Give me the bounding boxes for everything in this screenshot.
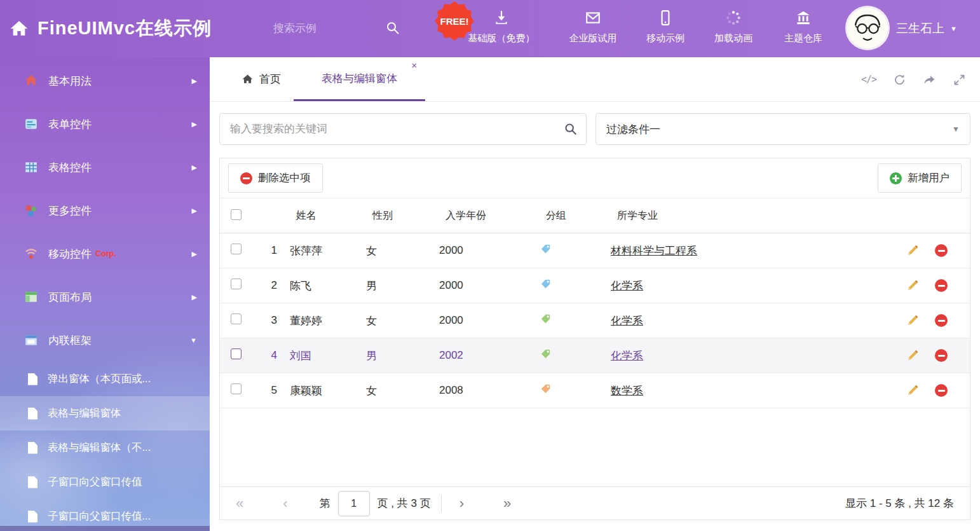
row-checkbox[interactable] [231, 348, 242, 359]
corp-badge: Corp. [95, 249, 116, 258]
page-number-input[interactable] [338, 491, 370, 516]
search-icon[interactable] [385, 20, 400, 38]
delete-icon[interactable] [935, 279, 948, 292]
edit-icon[interactable] [906, 314, 919, 327]
minus-circle-icon [240, 172, 252, 184]
tag-icon [540, 348, 611, 363]
major-link[interactable]: 化学系 [611, 348, 900, 363]
add-user-button[interactable]: 新增用户 [878, 163, 962, 193]
file-icon [28, 511, 37, 523]
cell-gender: 男 [366, 279, 439, 293]
close-icon[interactable]: × [411, 60, 417, 70]
prev-page-button[interactable]: ‹ [283, 497, 287, 511]
delete-icon[interactable] [935, 314, 948, 327]
edit-icon[interactable] [906, 244, 919, 257]
form-icon [24, 117, 38, 131]
sidebar-subitem-grid-edit-window-2[interactable]: 表格与编辑窗体（不... [0, 431, 210, 465]
tab-home[interactable]: 首页 [229, 57, 294, 101]
major-link[interactable]: 化学系 [611, 314, 900, 328]
chevron-right-icon: ▶ [192, 77, 197, 85]
sidebar-subitem-child-to-parent[interactable]: 子窗口向父窗口传值 [0, 465, 210, 499]
sidebar-item-mobile-controls[interactable]: 移动控件 Corp. ▶ [0, 232, 210, 275]
sidebar-item-iframe[interactable]: 内联框架 ▼ [0, 319, 210, 362]
envelope-icon [585, 10, 601, 29]
sidebar-item-grid-controls[interactable]: 表格控件 ▶ [0, 146, 210, 189]
share-icon[interactable] [923, 73, 936, 86]
table-row[interactable]: 2 陈飞 男 2000 化学系 [220, 268, 970, 303]
cell-year: 2008 [439, 384, 540, 397]
major-link[interactable]: 材料科学与工程系 [611, 244, 900, 258]
last-page-button[interactable]: » [503, 497, 511, 511]
chevron-right-icon: ▶ [192, 250, 197, 258]
sidebar-subitem-popup-window[interactable]: 弹出窗体（本页面或... [0, 362, 210, 396]
cell-year: 2000 [439, 279, 540, 292]
row-checkbox[interactable] [231, 279, 242, 289]
delete-icon[interactable] [935, 349, 948, 362]
column-header-gender: 性别 [366, 209, 439, 223]
sidebar-subitem-grid-edit-window[interactable]: 表格与编辑窗体 [0, 396, 210, 431]
file-icon [28, 373, 37, 385]
tag-icon [540, 313, 611, 328]
table-row-selected[interactable]: 4 刘国 男 2002 化学系 [220, 338, 970, 373]
wireless-icon [24, 247, 38, 261]
refresh-icon[interactable] [893, 73, 906, 86]
table-header: 姓名 性别 入学年份 分组 所学专业 [220, 198, 970, 233]
cell-year: 2000 [439, 314, 540, 327]
filter-dropdown[interactable]: 过滤条件一 ▼ [595, 113, 970, 145]
header-nav-enterprise-trial[interactable]: 企业版试用 [555, 10, 631, 49]
header-search-input[interactable] [273, 18, 380, 39]
cell-name: 陈飞 [290, 279, 366, 293]
sidebar-item-more-controls[interactable]: 更多控件 ▶ [0, 189, 210, 232]
tab-toolbar: </> [861, 57, 966, 102]
edit-icon[interactable] [906, 384, 919, 397]
select-all-checkbox[interactable] [231, 209, 242, 223]
sidebar-subitem-child-to-parent-2[interactable]: 子窗口向父窗口传值... [0, 499, 210, 531]
row-checkbox[interactable] [231, 244, 242, 254]
table-row[interactable]: 5 康颖颖 女 2008 数学系 [220, 373, 970, 408]
sidebar-item-page-layout[interactable]: 页面布局 ▶ [0, 275, 210, 319]
mobile-icon [657, 10, 674, 29]
delete-icon[interactable] [935, 244, 948, 257]
top-header: FineUIMvc在线示例 FREE! 基础版（免费） 企业版试用 [0, 0, 980, 57]
page-label-prefix: 第 [320, 496, 330, 511]
edit-icon[interactable] [906, 279, 919, 292]
header-nav-mobile-demo[interactable]: 移动示例 [634, 10, 697, 49]
chevron-right-icon: ▶ [192, 163, 197, 172]
home-icon [9, 18, 29, 39]
edit-icon[interactable] [906, 349, 919, 362]
expand-icon[interactable] [953, 73, 966, 86]
tag-icon [540, 278, 611, 293]
major-link[interactable]: 化学系 [611, 279, 900, 293]
row-checkbox[interactable] [231, 314, 242, 324]
avatar[interactable] [847, 8, 888, 48]
cell-year: 2002 [439, 349, 540, 362]
layout-icon [24, 290, 38, 304]
keyword-search-input[interactable] [219, 113, 587, 145]
cell-gender: 女 [366, 244, 439, 258]
header-nav-loading-animation[interactable]: 加载动画 [702, 10, 765, 49]
cell-name: 康颖颖 [290, 383, 366, 398]
chevron-down-icon: ▼ [952, 125, 960, 134]
code-icon[interactable]: </> [861, 74, 876, 85]
next-page-button[interactable]: › [459, 497, 464, 511]
major-link[interactable]: 数学系 [611, 383, 900, 398]
chevron-down-icon: ▼ [950, 25, 957, 32]
header-nav-basic-free[interactable]: 基础版（免费） [454, 10, 549, 49]
delete-selected-button[interactable]: 删除选中项 [228, 163, 323, 193]
table-row[interactable]: 1 张萍萍 女 2000 材料科学与工程系 [220, 233, 970, 268]
row-checkbox[interactable] [231, 383, 242, 394]
tag-icon [540, 243, 611, 258]
column-header-major: 所学专业 [611, 209, 900, 223]
user-name: 三生石上 [896, 20, 944, 37]
first-page-button[interactable]: « [236, 497, 243, 511]
tab-grid-edit-window[interactable]: 表格与编辑窗体 × [294, 57, 425, 101]
header-nav-theme-repo[interactable]: 主题仓库 [772, 10, 835, 49]
search-icon[interactable] [564, 122, 578, 139]
brand[interactable]: FineUIMvc在线示例 [9, 0, 212, 57]
user-menu[interactable]: 三生石上 ▼ [896, 0, 957, 57]
pagination-bar: « ‹ 第 页 , 共 3 页 › » 显示 1 - 5 条 , 共 12 条 [220, 486, 970, 520]
table-row[interactable]: 3 董婷婷 女 2000 化学系 [220, 303, 970, 338]
sidebar-item-form-controls[interactable]: 表单控件 ▶ [0, 102, 210, 146]
delete-icon[interactable] [935, 384, 948, 397]
sidebar-item-basic-usage[interactable]: 基本用法 ▶ [0, 59, 210, 102]
